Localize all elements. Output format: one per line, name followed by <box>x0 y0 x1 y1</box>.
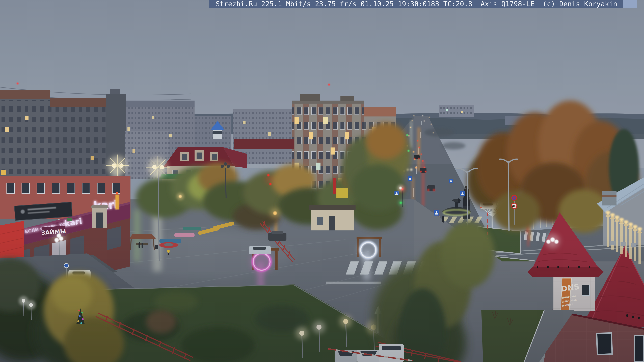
vignette <box>0 235 644 362</box>
overlay-bar-cap <box>623 0 637 8</box>
overlay-text: Strezhi.Ru 225.1 Mbit/s 23.75 fr/s 01.10… <box>209 0 617 8</box>
city-scene: АвтоЛига ЕДЬ ПО ПУТИ <box>0 0 644 362</box>
webcam-frame: АвтоЛига ЕДЬ ПО ПУТИ <box>0 0 644 362</box>
overlay-bar: Strezhi.Ru 225.1 Mbit/s 23.75 fr/s 01.10… <box>209 0 623 8</box>
